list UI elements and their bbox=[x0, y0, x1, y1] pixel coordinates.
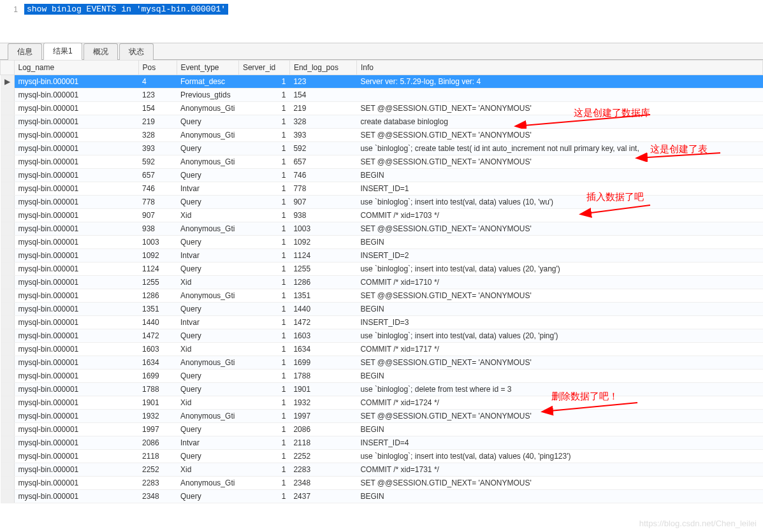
cell-event[interactable]: Query bbox=[177, 329, 238, 343]
cell-pos[interactable]: 1997 bbox=[138, 423, 177, 436]
table-row[interactable]: mysql-bin.0000011351Query11440BEGIN bbox=[1, 303, 763, 316]
column-header-end_log_pos[interactable]: End_log_pos bbox=[289, 61, 356, 75]
table-row[interactable]: mysql-bin.0000011997Query12086BEGIN bbox=[1, 423, 763, 436]
cell-pos[interactable]: 2118 bbox=[138, 450, 177, 463]
cell-info[interactable]: SET @@SESSION.GTID_NEXT= 'ANONYMOUS' bbox=[356, 289, 762, 303]
cell-event[interactable]: Query bbox=[177, 423, 238, 436]
sql-editor[interactable]: 1 show binlog EVENTS in 'mysql-bin.00000… bbox=[0, 0, 763, 43]
cell-end[interactable]: 1003 bbox=[289, 222, 356, 236]
cell-sid[interactable]: 1 bbox=[238, 155, 289, 169]
cell-pos[interactable]: 154 bbox=[138, 102, 177, 115]
tab-信息[interactable]: 信息 bbox=[8, 43, 42, 60]
cell-pos[interactable]: 1699 bbox=[138, 370, 177, 383]
table-row[interactable]: mysql-bin.0000011440Intvar11472INSERT_ID… bbox=[1, 316, 763, 329]
cell-pos[interactable]: 1788 bbox=[138, 383, 177, 396]
cell-event[interactable]: Format_desc bbox=[177, 75, 238, 89]
cell-sid[interactable]: 1 bbox=[238, 370, 289, 383]
cell-sid[interactable]: 1 bbox=[238, 436, 289, 450]
cell-pos[interactable]: 328 bbox=[138, 129, 177, 142]
cell-end[interactable]: 2348 bbox=[289, 477, 356, 490]
column-header-server_id[interactable]: Server_id bbox=[238, 61, 289, 75]
cell-log[interactable]: mysql-bin.000001 bbox=[14, 89, 138, 102]
cell-info[interactable]: SET @@SESSION.GTID_NEXT= 'ANONYMOUS' bbox=[356, 410, 762, 423]
table-row[interactable]: mysql-bin.0000011699Query11788BEGIN bbox=[1, 370, 763, 383]
cell-pos[interactable]: 2086 bbox=[138, 436, 177, 450]
table-row[interactable]: mysql-bin.0000011472Query11603use `binlo… bbox=[1, 329, 763, 343]
cell-sid[interactable]: 1 bbox=[238, 75, 289, 89]
cell-info[interactable]: BEGIN bbox=[356, 236, 762, 249]
cell-pos[interactable]: 778 bbox=[138, 196, 177, 209]
cell-end[interactable]: 1901 bbox=[289, 383, 356, 396]
cell-log[interactable]: mysql-bin.000001 bbox=[14, 343, 138, 356]
cell-pos[interactable]: 1603 bbox=[138, 343, 177, 356]
cell-pos[interactable]: 1440 bbox=[138, 316, 177, 329]
cell-log[interactable]: mysql-bin.000001 bbox=[14, 450, 138, 463]
cell-pos[interactable]: 2283 bbox=[138, 477, 177, 490]
cell-info[interactable]: COMMIT /* xid=1724 */ bbox=[356, 396, 762, 410]
cell-pos[interactable]: 907 bbox=[138, 209, 177, 222]
cell-sid[interactable]: 1 bbox=[238, 102, 289, 115]
cell-info[interactable]: BEGIN bbox=[356, 169, 762, 182]
cell-info[interactable]: INSERT_ID=4 bbox=[356, 436, 762, 450]
cell-info[interactable]: BEGIN bbox=[356, 303, 762, 316]
cell-info[interactable]: INSERT_ID=3 bbox=[356, 316, 762, 329]
cell-info[interactable]: COMMIT /* xid=1731 */ bbox=[356, 463, 762, 477]
cell-log[interactable]: mysql-bin.000001 bbox=[14, 262, 138, 276]
cell-info[interactable]: create database binloglog bbox=[356, 115, 762, 129]
cell-info[interactable]: BEGIN bbox=[356, 423, 762, 436]
cell-info[interactable]: use `binloglog`; delete from test where … bbox=[356, 383, 762, 396]
cell-sid[interactable]: 1 bbox=[238, 262, 289, 276]
table-row[interactable]: mysql-bin.000001154Anonymous_Gti1219SET … bbox=[1, 102, 763, 115]
cell-sid[interactable]: 1 bbox=[238, 450, 289, 463]
cell-event[interactable]: Anonymous_Gti bbox=[177, 410, 238, 423]
cell-event[interactable]: Query bbox=[177, 490, 238, 503]
tab-概况[interactable]: 概况 bbox=[84, 43, 118, 60]
cell-event[interactable]: Query bbox=[177, 169, 238, 182]
cell-log[interactable]: mysql-bin.000001 bbox=[14, 477, 138, 490]
cell-end[interactable]: 592 bbox=[289, 142, 356, 155]
cell-sid[interactable]: 1 bbox=[238, 236, 289, 249]
table-row[interactable]: mysql-bin.000001123Previous_gtids1154 bbox=[1, 89, 763, 102]
cell-end[interactable]: 746 bbox=[289, 169, 356, 182]
cell-log[interactable]: mysql-bin.000001 bbox=[14, 115, 138, 129]
results-grid[interactable]: Log_namePosEvent_typeServer_idEnd_log_po… bbox=[0, 60, 763, 503]
cell-event[interactable]: Anonymous_Gti bbox=[177, 289, 238, 303]
cell-log[interactable]: mysql-bin.000001 bbox=[14, 396, 138, 410]
cell-pos[interactable]: 1092 bbox=[138, 249, 177, 262]
cell-info[interactable]: COMMIT /* xid=1717 */ bbox=[356, 343, 762, 356]
cell-log[interactable]: mysql-bin.000001 bbox=[14, 370, 138, 383]
cell-end[interactable]: 123 bbox=[289, 75, 356, 89]
cell-sid[interactable]: 1 bbox=[238, 343, 289, 356]
table-row[interactable]: mysql-bin.0000011124Query11255use `binlo… bbox=[1, 262, 763, 276]
cell-log[interactable]: mysql-bin.000001 bbox=[14, 182, 138, 196]
cell-end[interactable]: 778 bbox=[289, 182, 356, 196]
table-row[interactable]: mysql-bin.0000012086Intvar12118INSERT_ID… bbox=[1, 436, 763, 450]
cell-log[interactable]: mysql-bin.000001 bbox=[14, 423, 138, 436]
cell-log[interactable]: mysql-bin.000001 bbox=[14, 463, 138, 477]
cell-log[interactable]: mysql-bin.000001 bbox=[14, 169, 138, 182]
cell-end[interactable]: 1603 bbox=[289, 329, 356, 343]
cell-log[interactable]: mysql-bin.000001 bbox=[14, 289, 138, 303]
cell-end[interactable]: 1932 bbox=[289, 396, 356, 410]
cell-pos[interactable]: 1351 bbox=[138, 303, 177, 316]
cell-event[interactable]: Anonymous_Gti bbox=[177, 102, 238, 115]
cell-info[interactable]: use `binloglog`; create table test( id i… bbox=[356, 142, 762, 155]
cell-pos[interactable]: 2252 bbox=[138, 463, 177, 477]
cell-end[interactable]: 2086 bbox=[289, 423, 356, 436]
table-row[interactable]: mysql-bin.000001328Anonymous_Gti1393SET … bbox=[1, 129, 763, 142]
cell-pos[interactable]: 1634 bbox=[138, 356, 177, 370]
table-row[interactable]: mysql-bin.0000011255Xid11286COMMIT /* xi… bbox=[1, 276, 763, 289]
cell-event[interactable]: Anonymous_Gti bbox=[177, 477, 238, 490]
cell-log[interactable]: mysql-bin.000001 bbox=[14, 75, 138, 89]
cell-end[interactable]: 1997 bbox=[289, 410, 356, 423]
cell-sid[interactable]: 1 bbox=[238, 490, 289, 503]
cell-sid[interactable]: 1 bbox=[238, 209, 289, 222]
cell-log[interactable]: mysql-bin.000001 bbox=[14, 142, 138, 155]
cell-pos[interactable]: 1255 bbox=[138, 276, 177, 289]
cell-end[interactable]: 1124 bbox=[289, 249, 356, 262]
cell-info[interactable]: BEGIN bbox=[356, 370, 762, 383]
cell-event[interactable]: Query bbox=[177, 262, 238, 276]
table-row[interactable]: mysql-bin.0000011286Anonymous_Gti11351SE… bbox=[1, 289, 763, 303]
cell-log[interactable]: mysql-bin.000001 bbox=[14, 276, 138, 289]
cell-sid[interactable]: 1 bbox=[238, 410, 289, 423]
